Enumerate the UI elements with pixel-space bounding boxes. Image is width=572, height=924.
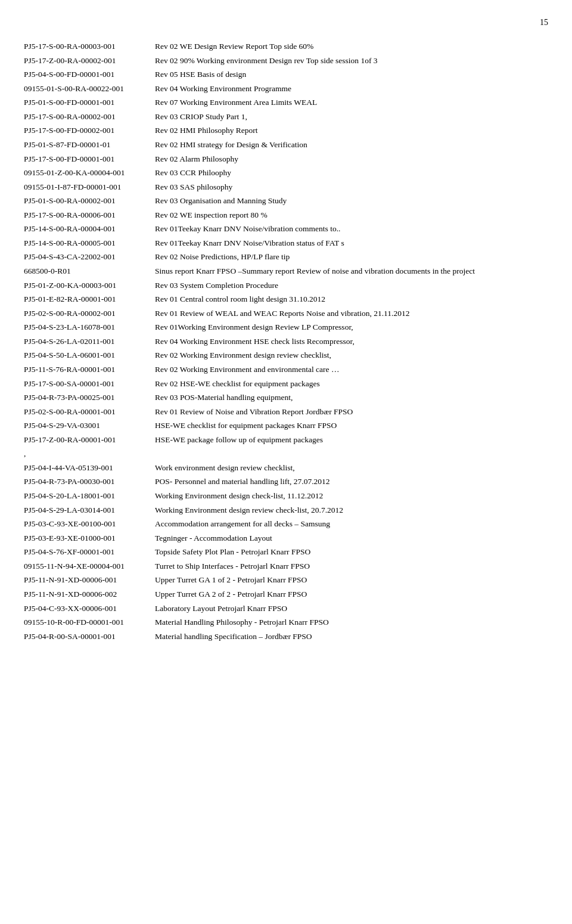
doc-desc: HSE-WE checklist for equipment packages … bbox=[155, 418, 548, 433]
doc-desc: Rev 02 HMI Philosophy Report bbox=[155, 123, 548, 138]
doc-desc: Material handling Specification – Jordbæ… bbox=[155, 630, 548, 644]
doc-desc: Rev 04 Working Environment Programme bbox=[155, 82, 548, 96]
table-row: PJ5-01-Z-00-KA-00003-001Rev 03 System Co… bbox=[24, 278, 548, 293]
doc-id: PJ5-17-Z-00-RA-00002-001 bbox=[24, 54, 155, 68]
doc-desc: Rev 02 WE Design Review Report Top side … bbox=[155, 39, 548, 54]
doc-desc bbox=[155, 447, 548, 461]
doc-desc: Rev 02 Working Environment and environme… bbox=[155, 362, 548, 377]
doc-id: PJ5-11-S-76-RA-00001-001 bbox=[24, 362, 155, 377]
table-row: PJ5-14-S-00-RA-00005-001Rev 01Teekay Kna… bbox=[24, 236, 548, 250]
doc-desc: Rev 02 HSE-WE checklist for equipment pa… bbox=[155, 377, 548, 391]
doc-id: PJ5-03-E-93-XE-01000-001 bbox=[24, 531, 155, 545]
table-row: PJ5-02-S-00-RA-00002-001Rev 01 Review of… bbox=[24, 306, 548, 321]
doc-id: PJ5-04-S-50-LA-06001-001 bbox=[24, 348, 155, 362]
doc-id: 09155-11-N-94-XE-00004-001 bbox=[24, 559, 155, 573]
doc-desc: Working Environment design check-list, 1… bbox=[155, 489, 548, 503]
doc-id: PJ5-04-S-20-LA-18001-001 bbox=[24, 489, 155, 503]
doc-id: PJ5-02-S-00-RA-00002-001 bbox=[24, 306, 155, 321]
table-row: PJ5-04-S-23-LA-16078-001Rev 01Working En… bbox=[24, 320, 548, 334]
table-row: PJ5-17-S-00-FD-00001-001Rev 02 Alarm Phi… bbox=[24, 152, 548, 166]
table-row: PJ5-01-S-87-FD-00001-01Rev 02 HMI strate… bbox=[24, 138, 548, 152]
doc-desc: Accommodation arrangement for all decks … bbox=[155, 517, 548, 531]
table-row: PJ5-04-S-20-LA-18001-001Working Environm… bbox=[24, 489, 548, 503]
doc-id: PJ5-11-N-91-XD-00006-002 bbox=[24, 587, 155, 601]
doc-id: PJ5-04-R-73-PA-00030-001 bbox=[24, 475, 155, 489]
doc-id: PJ5-17-S-00-RA-00006-001 bbox=[24, 208, 155, 222]
table-row: PJ5-17-S-00-RA-00002-001Rev 03 CRIOP Stu… bbox=[24, 110, 548, 124]
doc-id: 09155-10-R-00-FD-00001-001 bbox=[24, 615, 155, 630]
table-row: PJ5-04-S-29-VA-03001HSE-WE checklist for… bbox=[24, 418, 548, 433]
table-row: PJ5-03-E-93-XE-01000-001Tegninger - Acco… bbox=[24, 531, 548, 545]
doc-desc: Rev 01 Central control room light design… bbox=[155, 292, 548, 306]
doc-id: PJ5-01-S-00-FD-00001-001 bbox=[24, 95, 155, 110]
doc-desc: Rev 02 Alarm Philosophy bbox=[155, 152, 548, 166]
doc-id: PJ5-01-Z-00-KA-00003-001 bbox=[24, 278, 155, 293]
doc-id: PJ5-14-S-00-RA-00005-001 bbox=[24, 236, 155, 250]
table-row: PJ5-04-S-43-CA-22002-001Rev 02 Noise Pre… bbox=[24, 250, 548, 264]
doc-desc: Topside Safety Plot Plan - Petrojarl Kna… bbox=[155, 545, 548, 559]
doc-desc: Rev 02 WE inspection report 80 % bbox=[155, 208, 548, 222]
doc-desc: Rev 03 Organisation and Manning Study bbox=[155, 194, 548, 208]
doc-id: , bbox=[24, 447, 155, 461]
table-row: PJ5-04-S-29-LA-03014-001Working Environm… bbox=[24, 503, 548, 517]
table-row: PJ5-14-S-00-RA-00004-001Rev 01Teekay Kna… bbox=[24, 222, 548, 236]
table-row: PJ5-04-S-50-LA-06001-001Rev 02 Working E… bbox=[24, 348, 548, 362]
doc-id: PJ5-17-Z-00-RA-00001-001 bbox=[24, 433, 155, 447]
table-row: PJ5-04-R-00-SA-00001-001Material handlin… bbox=[24, 630, 548, 644]
doc-id: PJ5-04-C-93-XX-00006-001 bbox=[24, 601, 155, 616]
doc-desc: Tegninger - Accommodation Layout bbox=[155, 531, 548, 545]
page-number: 15 bbox=[24, 18, 548, 27]
doc-desc: Rev 07 Working Environment Area Limits W… bbox=[155, 95, 548, 110]
doc-id: 09155-01-Z-00-KA-00004-001 bbox=[24, 166, 155, 180]
doc-id: PJ5-17-S-00-SA-00001-001 bbox=[24, 377, 155, 391]
doc-id: PJ5-04-S-43-CA-22002-001 bbox=[24, 250, 155, 264]
doc-desc: Rev 03 POS-Material handling equipment, bbox=[155, 390, 548, 405]
doc-desc: Rev 02 HMI strategy for Design & Verific… bbox=[155, 138, 548, 152]
doc-desc: Rev 01Working Environment design Review … bbox=[155, 320, 548, 334]
table-row: PJ5-04-I-44-VA-05139-001Work environment… bbox=[24, 461, 548, 475]
table-row: PJ5-04-S-26-LA-02011-001Rev 04 Working E… bbox=[24, 334, 548, 349]
table-row: 09155-01-I-87-FD-00001-001Rev 03 SAS phi… bbox=[24, 180, 548, 194]
table-row: PJ5-04-R-73-PA-00025-001Rev 03 POS-Mater… bbox=[24, 390, 548, 405]
table-row: PJ5-04-S-76-XF-00001-001Topside Safety P… bbox=[24, 545, 548, 559]
doc-id: PJ5-01-E-82-RA-00001-001 bbox=[24, 292, 155, 306]
table-row: PJ5-01-E-82-RA-00001-001Rev 01 Central c… bbox=[24, 292, 548, 306]
doc-desc: Rev 01Teekay Knarr DNV Noise/vibration c… bbox=[155, 222, 548, 236]
doc-id: PJ5-17-S-00-RA-00002-001 bbox=[24, 110, 155, 124]
doc-desc: Material Handling Philosophy - Petrojarl… bbox=[155, 615, 548, 630]
doc-desc: Rev 03 SAS philosophy bbox=[155, 180, 548, 194]
doc-desc: Rev 02 90% Working environment Design re… bbox=[155, 54, 548, 68]
doc-id: PJ5-11-N-91-XD-00006-001 bbox=[24, 573, 155, 587]
doc-desc: Rev 03 CCR Philoophy bbox=[155, 166, 548, 180]
doc-id: PJ5-04-R-73-PA-00025-001 bbox=[24, 390, 155, 405]
table-row: , bbox=[24, 447, 548, 461]
table-row: 09155-01-Z-00-KA-00004-001Rev 03 CCR Phi… bbox=[24, 166, 548, 180]
doc-desc: Sinus report Knarr FPSO –Summary report … bbox=[155, 264, 548, 278]
table-row: PJ5-01-S-00-FD-00001-001Rev 07 Working E… bbox=[24, 95, 548, 110]
doc-id: PJ5-04-S-00-FD-00001-001 bbox=[24, 67, 155, 82]
doc-desc: Rev 01 Review of WEAL and WEAC Reports N… bbox=[155, 306, 548, 321]
doc-desc: Rev 02 Working Environment design review… bbox=[155, 348, 548, 362]
doc-desc: Working Environment design review check-… bbox=[155, 503, 548, 517]
table-row: PJ5-17-Z-00-RA-00002-001Rev 02 90% Worki… bbox=[24, 54, 548, 68]
table-row: PJ5-17-Z-00-RA-00001-001HSE-WE package f… bbox=[24, 433, 548, 447]
table-row: PJ5-11-N-91-XD-00006-001Upper Turret GA … bbox=[24, 573, 548, 587]
doc-id: PJ5-01-S-00-RA-00002-001 bbox=[24, 194, 155, 208]
doc-id: 09155-01-S-00-RA-00022-001 bbox=[24, 82, 155, 96]
doc-desc: Rev 05 HSE Basis of design bbox=[155, 67, 548, 82]
table-row: PJ5-03-C-93-XE-00100-001Accommodation ar… bbox=[24, 517, 548, 531]
table-row: PJ5-17-S-00-RA-00006-001Rev 02 WE inspec… bbox=[24, 208, 548, 222]
doc-desc: Rev 01 Review of Noise and Vibration Rep… bbox=[155, 405, 548, 419]
table-row: PJ5-11-N-91-XD-00006-002Upper Turret GA … bbox=[24, 587, 548, 601]
doc-desc: Upper Turret GA 2 of 2 - Petrojarl Knarr… bbox=[155, 587, 548, 601]
table-row: PJ5-17-S-00-FD-00002-001Rev 02 HMI Philo… bbox=[24, 123, 548, 138]
doc-desc: HSE-WE package follow up of equipment pa… bbox=[155, 433, 548, 447]
document-table: PJ5-17-S-00-RA-00003-001Rev 02 WE Design… bbox=[24, 39, 548, 643]
table-row: PJ5-02-S-00-RA-00001-001Rev 01 Review of… bbox=[24, 405, 548, 419]
table-row: PJ5-01-S-00-RA-00002-001Rev 03 Organisat… bbox=[24, 194, 548, 208]
table-row: PJ5-17-S-00-SA-00001-001Rev 02 HSE-WE ch… bbox=[24, 377, 548, 391]
doc-id: PJ5-01-S-87-FD-00001-01 bbox=[24, 138, 155, 152]
doc-id: PJ5-04-R-00-SA-00001-001 bbox=[24, 630, 155, 644]
table-row: 668500-0-R01Sinus report Knarr FPSO –Sum… bbox=[24, 264, 548, 278]
table-row: 09155-01-S-00-RA-00022-001Rev 04 Working… bbox=[24, 82, 548, 96]
